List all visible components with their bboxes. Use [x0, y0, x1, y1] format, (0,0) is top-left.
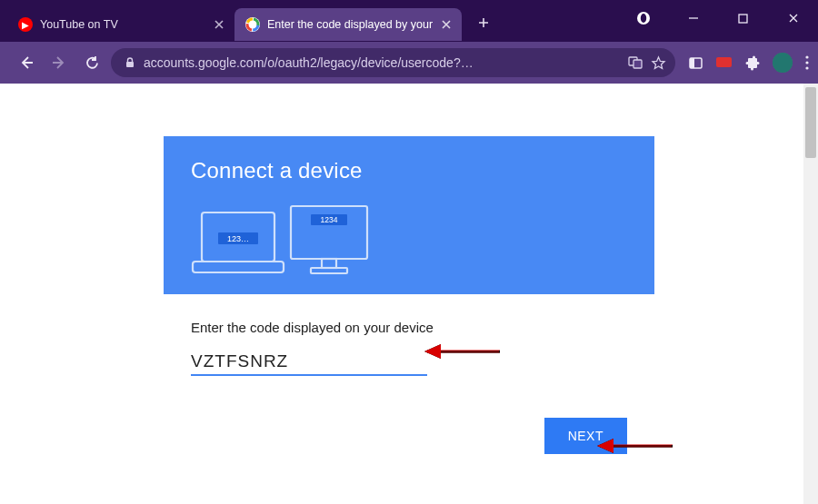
reload-button[interactable]	[78, 49, 105, 76]
svg-rect-8	[633, 60, 642, 68]
svg-rect-5	[739, 15, 747, 23]
svg-point-14	[805, 55, 808, 58]
svg-rect-22	[311, 268, 347, 273]
vertical-scrollbar[interactable]	[803, 84, 818, 504]
url-text: accounts.google.com/o/oauth2/legacy/devi…	[144, 55, 620, 70]
kebab-menu-icon[interactable]	[805, 55, 809, 70]
svg-rect-18	[193, 262, 284, 272]
extensions-puzzle-icon[interactable]	[744, 55, 760, 71]
close-tab-icon[interactable]	[440, 18, 453, 31]
toolbar-extensions	[688, 53, 809, 73]
svg-rect-11	[716, 57, 732, 67]
extension-red-icon[interactable]	[716, 56, 732, 69]
window-maximize-button[interactable]	[718, 0, 768, 36]
side-panel-icon[interactable]	[688, 55, 703, 71]
tab-label: Enter the code displayed by your	[267, 18, 433, 31]
page-viewport: Connect a device 123… 1234	[0, 84, 818, 504]
next-button[interactable]: NEXT	[544, 418, 627, 454]
close-tab-icon[interactable]	[213, 18, 225, 31]
window-close-button[interactable]	[768, 0, 818, 36]
bookmark-star-icon[interactable]	[651, 55, 666, 71]
translate-icon[interactable]	[627, 54, 643, 71]
window-controls	[618, 0, 818, 36]
google-icon	[245, 17, 260, 32]
forward-button[interactable]	[45, 49, 73, 76]
code-prompt: Enter the code displayed on your device	[191, 320, 627, 335]
window-minimize-button[interactable]	[668, 0, 718, 36]
new-tab-button[interactable]	[471, 10, 496, 35]
svg-rect-6	[126, 62, 134, 67]
svg-rect-20	[291, 206, 367, 259]
svg-point-13	[773, 53, 793, 73]
laptop-code-text: 123…	[227, 234, 249, 243]
profile-avatar[interactable]	[773, 53, 793, 73]
lock-icon	[124, 56, 136, 69]
titlebar: ▶ YouTube on TV Enter the code displayed…	[0, 0, 818, 42]
youtube-icon: ▶	[18, 17, 33, 32]
card-body: Enter the code displayed on your device …	[164, 294, 654, 476]
opera-menu-icon[interactable]	[618, 0, 668, 36]
svg-rect-21	[322, 259, 336, 268]
address-bar: accounts.google.com/o/oauth2/legacy/devi…	[0, 42, 818, 84]
tab-strip: ▶ YouTube on TV Enter the code displayed…	[0, 7, 496, 42]
devices-illustration: 123… 1234	[191, 203, 627, 278]
svg-point-16	[805, 66, 808, 69]
tab-google-device[interactable]: Enter the code displayed by your	[234, 8, 462, 41]
back-button[interactable]	[13, 49, 40, 76]
card-header: Connect a device 123… 1234	[164, 136, 654, 294]
monitor-code-text: 1234	[321, 215, 338, 224]
svg-point-15	[805, 61, 808, 64]
tab-youtube[interactable]: ▶ YouTube on TV	[7, 8, 234, 41]
page-heading: Connect a device	[191, 158, 627, 183]
tab-label: YouTube on TV	[40, 18, 205, 31]
device-card: Connect a device 123… 1234	[164, 136, 654, 476]
url-box[interactable]: accounts.google.com/o/oauth2/legacy/devi…	[111, 48, 675, 77]
svg-rect-10	[690, 58, 694, 68]
device-code-input[interactable]	[191, 350, 427, 376]
